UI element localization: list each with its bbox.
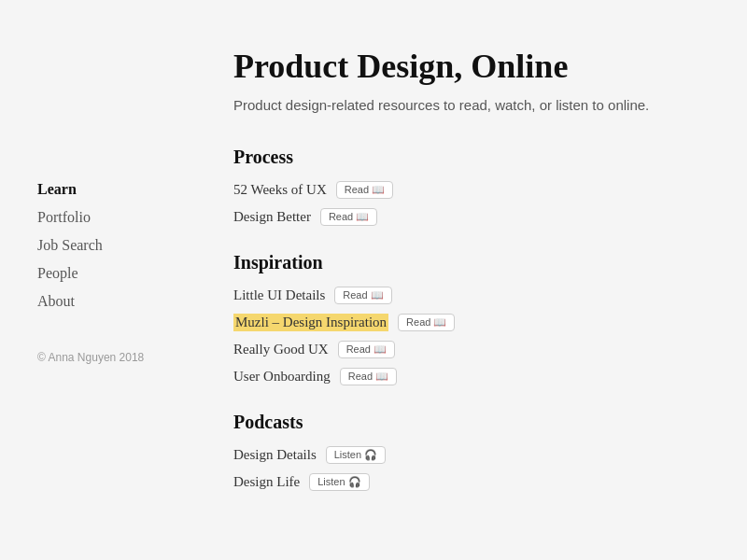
sections-container: Process52 Weeks of UXRead 📖Design Better…	[233, 147, 700, 491]
sidebar-copyright: © Anna Nguyen 2018	[37, 351, 159, 364]
resource-link[interactable]: User Onboarding	[233, 369, 331, 385]
sidebar-item-about[interactable]: About	[37, 289, 159, 314]
sidebar-item-portfolio[interactable]: Portfolio	[37, 205, 159, 230]
resource-badge[interactable]: Read 📖	[336, 181, 393, 199]
page-title: Product Design, Online	[233, 47, 700, 86]
resource-link[interactable]: Muzli – Design Inspiration	[233, 314, 388, 331]
section-title: Inspiration	[233, 252, 700, 273]
resource-item: Design BetterRead 📖	[233, 208, 700, 226]
resource-link[interactable]: Really Good UX	[233, 342, 329, 357]
section-process: Process52 Weeks of UXRead 📖Design Better…	[233, 147, 700, 226]
resource-link[interactable]: Design Details	[233, 447, 317, 463]
resource-badge[interactable]: Listen 🎧	[326, 446, 386, 464]
page-subtitle: Product design-related resources to read…	[233, 97, 700, 113]
resource-link[interactable]: 52 Weeks of UX	[233, 182, 327, 198]
section-inspiration: InspirationLittle UI DetailsRead 📖Muzli …	[233, 252, 700, 385]
section-podcasts: PodcastsDesign DetailsListen 🎧Design Lif…	[233, 412, 700, 491]
sidebar-item-job-search[interactable]: Job Search	[37, 233, 159, 258]
main-content: Product Design, Online Product design-re…	[196, 0, 747, 560]
resource-badge[interactable]: Listen 🎧	[309, 473, 369, 491]
resource-item: Really Good UXRead 📖	[233, 341, 700, 358]
resource-badge[interactable]: Read 📖	[334, 287, 391, 304]
sidebar-nav: LearnPortfolioJob SearchPeopleAbout	[37, 177, 159, 314]
resource-item: Design LifeListen 🎧	[233, 473, 700, 491]
section-title: Podcasts	[233, 412, 700, 433]
resource-item: Little UI DetailsRead 📖	[233, 287, 700, 304]
resource-item: Muzli – Design InspirationRead 📖	[233, 314, 700, 331]
sidebar: LearnPortfolioJob SearchPeopleAbout © An…	[0, 0, 196, 560]
sidebar-item-people[interactable]: People	[37, 261, 159, 286]
sidebar-item-learn[interactable]: Learn	[37, 177, 159, 202]
resource-badge[interactable]: Read 📖	[320, 208, 377, 226]
resource-badge[interactable]: Read 📖	[340, 368, 397, 385]
resource-badge[interactable]: Read 📖	[338, 341, 395, 358]
resource-link[interactable]: Design Better	[233, 209, 311, 225]
resource-badge[interactable]: Read 📖	[398, 314, 455, 331]
section-title: Process	[233, 147, 700, 168]
resource-link[interactable]: Design Life	[233, 474, 300, 490]
resource-item: Design DetailsListen 🎧	[233, 446, 700, 464]
resource-item: User OnboardingRead 📖	[233, 368, 700, 385]
resource-item: 52 Weeks of UXRead 📖	[233, 181, 700, 199]
resource-link[interactable]: Little UI Details	[233, 287, 325, 303]
page-layout: LearnPortfolioJob SearchPeopleAbout © An…	[0, 0, 747, 560]
